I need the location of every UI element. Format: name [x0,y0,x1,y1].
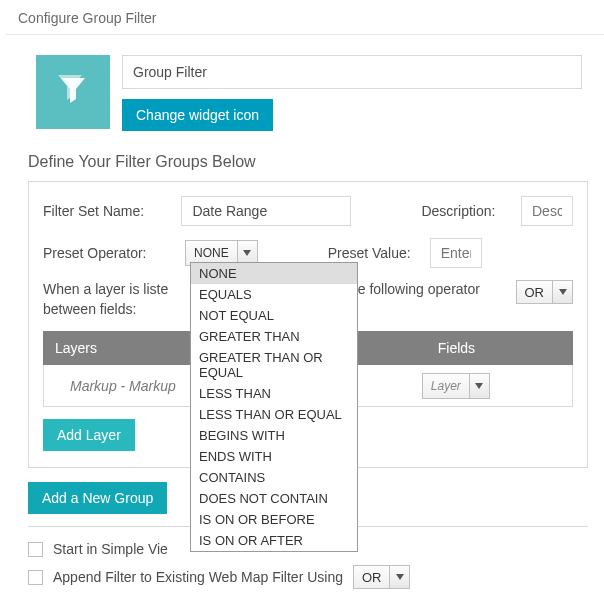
operator-option[interactable]: EQUALS [191,284,357,305]
grid-col-fields: Fields [340,340,573,356]
option-append-filter-label: Append Filter to Existing Web Map Filter… [53,569,343,585]
divider [6,34,604,35]
checkbox-append-filter[interactable] [28,570,43,585]
preset-value-input[interactable] [430,238,482,268]
operator-option[interactable]: LESS THAN OR EQUAL [191,404,357,425]
sentence-part-a: When a layer is liste [43,281,168,297]
chevron-down-icon[interactable] [469,374,489,398]
operator-option[interactable]: NOT EQUAL [191,305,357,326]
grid-row-field-value: Layer [423,374,469,398]
preset-value-label: Preset Value: [328,245,420,261]
grid-row-field-select[interactable]: Layer [422,373,490,399]
filter-name-input[interactable] [181,196,351,226]
operator-option[interactable]: IS ON OR BEFORE [191,509,357,530]
checkbox-simple-view[interactable] [28,542,43,557]
section-subheading: Define Your Filter Groups Below [6,131,604,181]
add-layer-button[interactable]: Add Layer [43,419,135,451]
add-new-group-button[interactable]: Add a New Group [28,482,167,514]
description-input[interactable] [521,196,573,226]
chevron-down-icon[interactable] [552,281,572,303]
pane-title: Configure Group Filter [6,6,604,32]
operator-option[interactable]: GREATER THAN OR EQUAL [191,347,357,383]
filter-name-label: Filter Set Name: [43,203,171,219]
operator-option[interactable]: NONE [191,263,357,284]
preset-operator-label: Preset Operator: [43,245,175,261]
svg-marker-0 [243,250,251,256]
widget-icon-tile[interactable] [36,55,110,129]
widget-title-input[interactable] [122,55,582,89]
operator-option[interactable]: BEGINS WITH [191,425,357,446]
append-operator-select[interactable]: OR [353,565,411,589]
operator-option[interactable]: LESS THAN [191,383,357,404]
operator-option[interactable]: GREATER THAN [191,326,357,347]
filter-icon [53,72,93,112]
append-operator-value: OR [354,566,390,588]
description-label: Description: [421,203,511,219]
operator-option[interactable]: ENDS WITH [191,446,357,467]
svg-marker-2 [475,383,483,389]
svg-marker-1 [559,289,567,295]
chevron-down-icon[interactable] [389,566,409,588]
svg-marker-3 [396,574,404,580]
between-operator-value: OR [517,281,553,303]
operator-option[interactable]: CONTAINS [191,467,357,488]
operator-option[interactable]: DOES NOT CONTAIN [191,488,357,509]
option-simple-view-label: Start in Simple Vie [53,541,168,557]
between-operator-select[interactable]: OR [516,280,574,304]
operator-option[interactable]: IS ON OR AFTER [191,530,357,551]
change-widget-icon-button[interactable]: Change widget icon [122,99,273,131]
preset-operator-dropdown[interactable]: NONEEQUALSNOT EQUALGREATER THANGREATER T… [190,262,358,552]
